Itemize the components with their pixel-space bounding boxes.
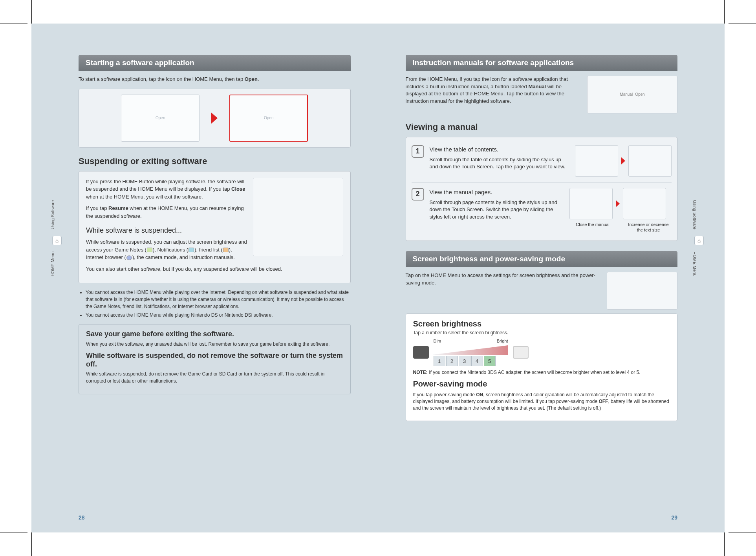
list-item: You cannot access the HOME Menu while pl… <box>86 312 349 319</box>
notifications-icon <box>189 248 194 252</box>
step-title: View the table of contents. <box>430 145 570 154</box>
section-heading: Instruction manuals for software applica… <box>406 55 678 71</box>
bright-label: Bright <box>497 339 508 343</box>
brightness-level-2: 2 <box>446 356 458 366</box>
figure-open-app: Open Open <box>79 89 351 148</box>
game-notes-icon <box>147 248 152 252</box>
screenshot-suspended <box>253 178 343 256</box>
page-number: 28 <box>79 514 85 521</box>
section-heading: Screen brightness and power-saving mode <box>406 251 678 267</box>
subheading-viewing: Viewing a manual <box>406 122 678 132</box>
ds-bright-icon <box>513 346 529 359</box>
list-item: You cannot access the HOME Menu while pl… <box>86 289 349 310</box>
caption-close: Close the manual <box>571 222 614 233</box>
step-1: 1 View the table of contents. Scroll thr… <box>412 140 672 182</box>
viewing-steps: 1 View the table of contents. Scroll thr… <box>406 137 678 241</box>
friend-list-icon <box>223 248 229 252</box>
brightness-controls: Dim Bright 1 2 3 4 5 <box>413 339 670 366</box>
warn-text: While software is suspended, do not remo… <box>86 371 343 385</box>
dim-label: Dim <box>434 339 441 343</box>
step-title: View the manual pages. <box>430 188 564 197</box>
intro-paragraph: To start a software application, tap the… <box>79 76 351 83</box>
arrow-right-icon <box>211 113 218 124</box>
brightness-subtext: Tap a number to select the screen bright… <box>413 330 670 335</box>
screenshot-home-menu: Open <box>121 95 200 142</box>
page-spread: Using Software ⌂ HOME Menu Using Softwar… <box>31 24 725 532</box>
brightness-box: Screen brightness Tap a number to select… <box>406 314 678 421</box>
suspend-p4: You can also start other software, but i… <box>86 265 343 273</box>
power-saving-text: If you tap power-saving mode ON, screen … <box>413 392 670 412</box>
suspend-section: If you press the HOME Button while playi… <box>79 171 351 284</box>
warn-text: When you exit the software, any unsaved … <box>86 341 343 348</box>
warn-heading: Save your game before exiting the softwa… <box>86 330 343 339</box>
step-figure <box>575 145 672 177</box>
tap-intro: Tap on the HOME Menu to access the setti… <box>406 272 597 287</box>
screenshot-manual-button: Manual Open <box>587 76 677 113</box>
step-number: 1 <box>412 145 424 158</box>
intro-paragraph: From the HOME Menu, if you tap the icon … <box>406 76 577 108</box>
caption-zoom: Increase or decrease the text size <box>627 222 670 233</box>
page-29: Instruction manuals for software applica… <box>378 24 725 532</box>
brightness-gradient <box>434 344 508 355</box>
step-2: 2 View the manual pages. Scroll through … <box>412 182 672 239</box>
brightness-heading: Screen brightness <box>413 319 670 328</box>
screenshot-brightness <box>607 272 677 310</box>
step-body: Scroll through page contents by sliding … <box>430 199 564 221</box>
brightness-level-1: 1 <box>434 356 445 366</box>
subheading-suspend: Suspending or exiting software <box>79 156 351 166</box>
ds-dim-icon <box>413 346 429 359</box>
step-body: Scroll through the table of contents by … <box>430 156 570 171</box>
caution-box: Save your game before exiting the softwa… <box>79 324 351 394</box>
brightness-level-4: 4 <box>471 356 483 366</box>
section-heading: Starting a software application <box>79 55 351 71</box>
step-figure <box>569 188 672 219</box>
restrictions-list: You cannot access the HOME Menu while pl… <box>86 289 349 319</box>
page-number: 29 <box>671 514 677 521</box>
brightness-level-5: 5 <box>484 356 496 366</box>
step-number: 2 <box>412 188 424 201</box>
brightness-level-3: 3 <box>459 356 470 366</box>
warn-heading: While software is suspended, do not remo… <box>86 352 343 368</box>
browser-icon <box>126 255 132 260</box>
screenshot-open-highlight: Open <box>229 95 308 142</box>
brightness-note: NOTE: If you connect the Nintendo 3DS AC… <box>413 369 670 376</box>
page-28: Starting a software application To start… <box>31 24 378 532</box>
power-saving-heading: Power-saving mode <box>413 379 670 388</box>
